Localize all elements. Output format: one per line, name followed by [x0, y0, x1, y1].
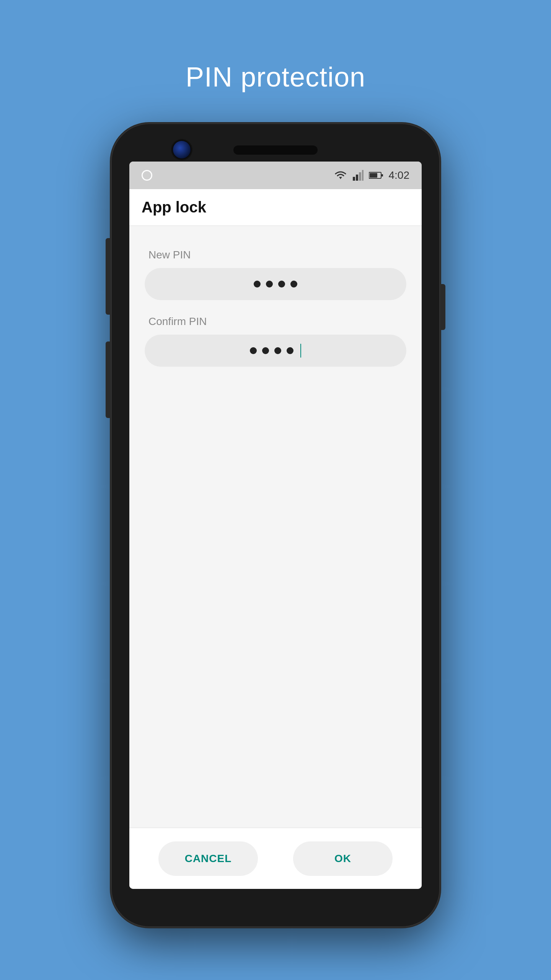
pin-dot-2 — [266, 281, 273, 287]
camera — [172, 140, 191, 159]
confirm-pin-dots — [250, 344, 301, 358]
ok-label: OK — [334, 853, 351, 865]
status-bar: 4:02 — [129, 162, 422, 189]
cancel-label: CANCEL — [185, 853, 232, 865]
page-title: PIN protection — [186, 61, 365, 93]
content-area: New PIN Confirm PIN — [129, 226, 422, 828]
new-pin-field[interactable] — [145, 268, 406, 300]
bottom-bar: CANCEL OK — [129, 828, 422, 889]
battery-icon — [369, 171, 383, 180]
confirm-pin-dot-2 — [262, 347, 269, 354]
svg-rect-1 — [353, 177, 355, 181]
phone-screen: 4:02 App lock New PIN Confirm PIN — [129, 162, 422, 889]
ok-button[interactable]: OK — [293, 841, 393, 876]
earpiece — [233, 145, 318, 155]
confirm-pin-field[interactable] — [145, 335, 406, 367]
new-pin-label: New PIN — [148, 249, 191, 261]
confirm-pin-dot-4 — [287, 347, 293, 354]
svg-marker-0 — [339, 177, 342, 179]
svg-rect-7 — [381, 174, 383, 176]
confirm-pin-dot-1 — [250, 347, 257, 354]
status-time: 4:02 — [389, 169, 410, 181]
pin-dot-4 — [290, 281, 297, 287]
signal-icon — [353, 170, 364, 181]
cancel-button[interactable]: CANCEL — [158, 841, 258, 876]
svg-rect-6 — [370, 173, 377, 178]
pin-dot-3 — [278, 281, 285, 287]
confirm-pin-dot-3 — [274, 347, 281, 354]
new-pin-dots — [254, 281, 297, 287]
pin-dot-1 — [254, 281, 261, 287]
svg-rect-4 — [362, 170, 364, 181]
svg-rect-3 — [359, 172, 361, 181]
wifi-icon — [334, 170, 347, 181]
app-bar: App lock — [129, 189, 422, 226]
svg-rect-2 — [356, 175, 358, 181]
phone-device: 4:02 App lock New PIN Confirm PIN — [111, 123, 440, 927]
app-bar-title: App lock — [142, 199, 206, 216]
text-cursor — [300, 344, 301, 358]
confirm-pin-label: Confirm PIN — [148, 315, 207, 328]
notification-icon — [142, 170, 152, 181]
